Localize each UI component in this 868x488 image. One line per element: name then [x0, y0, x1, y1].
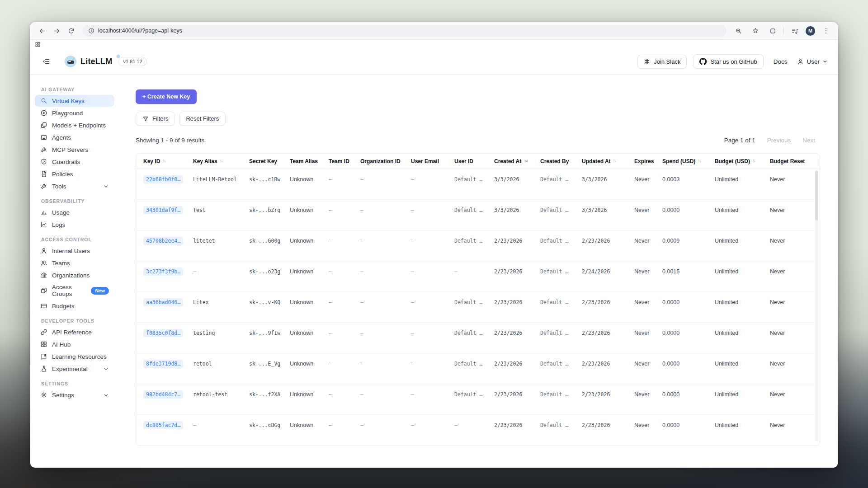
sort-icon[interactable]: ↑↓	[613, 158, 616, 163]
media-list-icon[interactable]	[788, 24, 801, 37]
cell-key-id[interactable]: 45708b2ee4…	[143, 236, 193, 245]
sidebar-item-internal-users[interactable]: Internal Users	[35, 245, 114, 257]
cell-key-id[interactable]: 34301daf9f…	[143, 206, 193, 214]
reload-icon[interactable]	[65, 24, 77, 37]
column-header-updated-at[interactable]: Updated At↑↓	[582, 158, 634, 164]
cell-spend-usd-: 0.0000	[662, 328, 715, 337]
cell-updated-at: 2/23/2026	[582, 298, 634, 306]
sidebar-item-virtual-keys[interactable]: Virtual Keys	[35, 95, 114, 107]
cell-created-by: Default …	[540, 267, 582, 275]
zoom-icon[interactable]	[732, 24, 745, 37]
next-button[interactable]: Next	[802, 137, 815, 144]
url-text: localhost:4000/ui/?page=api-keys	[98, 28, 182, 34]
sidebar-item-organizations[interactable]: Organizations	[35, 269, 114, 281]
sidebar-item-playground[interactable]: Playground	[35, 107, 114, 119]
create-new-key-button[interactable]: + Create New Key	[136, 89, 197, 104]
sidebar-item-label: Usage	[52, 209, 70, 216]
column-label: Updated At	[582, 158, 611, 164]
cell-key-id[interactable]: 3c273f3f9b…	[143, 267, 193, 276]
star-github-button[interactable]: Star us on GitHub	[693, 54, 763, 69]
app-logo[interactable]: LiteLLM	[65, 56, 112, 67]
extensions-icon[interactable]	[766, 24, 779, 37]
sort-icon[interactable]: ↑↓	[220, 158, 222, 163]
sidebar-item-api-reference[interactable]: API Reference	[35, 326, 114, 338]
sidebar-item-label: Internal Users	[52, 248, 90, 254]
sidebar-item-policies[interactable]: Policies	[35, 168, 114, 180]
column-label: Budget Reset	[770, 158, 805, 164]
sidebar-item-access-groups[interactable]: Access GroupsNew	[35, 282, 114, 300]
cell-key-id[interactable]: dc805fac7d…	[143, 421, 193, 429]
cell-key-id[interactable]: aa36bad046…	[143, 298, 193, 306]
sidebar-item-settings[interactable]: Settings	[35, 389, 114, 401]
sidebar-item-label: Organizations	[52, 272, 90, 279]
sidebar-item-teams[interactable]: Teams	[35, 257, 114, 269]
sidebar-item-agents[interactable]: Agents	[35, 131, 114, 143]
sidebar-toggle-icon[interactable]	[40, 56, 52, 67]
back-icon[interactable]	[36, 24, 48, 37]
cell-user-email: –	[411, 421, 454, 429]
cell-organization-id: –	[360, 421, 411, 429]
cell-user-email: –	[411, 175, 454, 183]
sidebar-item-models-endpoints[interactable]: Models + Endpoints	[35, 119, 114, 131]
sidebar-item-learning-resources[interactable]: Learning Resources	[35, 351, 114, 362]
sidebar-item-label: Models + Endpoints	[52, 122, 106, 129]
sort-icon[interactable]: ↑↓	[162, 158, 165, 163]
sidebar-item-tools[interactable]: Tools	[35, 180, 114, 192]
apps-grid-icon[interactable]	[35, 42, 41, 47]
cell-updated-at: 3/3/2026	[582, 206, 634, 214]
info-icon[interactable]	[88, 28, 94, 34]
cell-key-id[interactable]: 982bd484c7…	[143, 390, 193, 399]
cell-key-id[interactable]: f0835c0f8d…	[143, 328, 193, 337]
bookmark-star-icon[interactable]	[749, 24, 762, 37]
user-menu[interactable]: User	[797, 58, 828, 65]
sidebar-item-logs[interactable]: Logs	[35, 219, 114, 230]
sidebar-item-ai-hub[interactable]: AI Hub	[35, 338, 114, 350]
flask-icon	[40, 365, 47, 372]
cell-budget-usd-: Unlimited	[715, 328, 770, 337]
cell-user-id: Default …	[454, 175, 494, 183]
join-slack-button[interactable]: Join Slack	[637, 55, 687, 69]
docs-link[interactable]: Docs	[774, 58, 788, 65]
column-header-budget-reset: Budget Reset	[770, 158, 812, 164]
reset-filters-button[interactable]: Reset Filters	[179, 112, 226, 126]
filters-button[interactable]: Filters	[136, 112, 175, 126]
sort-icon[interactable]: ↑↓	[752, 158, 755, 163]
previous-button[interactable]: Previous	[767, 137, 791, 144]
sidebar-item-label: MCP Servers	[52, 146, 88, 153]
cell-key-id[interactable]: 8fde3719d8…	[143, 359, 193, 368]
cell-key-id[interactable]: 22b68fb0f0…	[143, 175, 193, 183]
column-header-expires: Expires	[634, 158, 662, 164]
filter-funnel-icon	[142, 116, 149, 122]
forward-icon[interactable]	[50, 24, 63, 37]
column-header-key-alias[interactable]: Key Alias↑↓	[193, 158, 249, 164]
column-header-created-by: Created By	[540, 158, 582, 164]
sidebar-item-label: Settings	[52, 392, 74, 399]
sidebar-item-usage[interactable]: Usage	[35, 206, 114, 218]
results-count: Showing 1 - 9 of 9 results	[136, 137, 204, 144]
sidebar-section-label: SETTINGS	[30, 375, 119, 389]
column-header-key-id[interactable]: Key ID↑↓	[143, 158, 193, 164]
address-bar[interactable]: localhost:4000/ui/?page=api-keys	[83, 25, 726, 37]
cell-budget-reset: Never	[770, 267, 812, 275]
cell-budget-usd-: Unlimited	[715, 267, 770, 275]
profile-avatar[interactable]: M	[806, 26, 815, 36]
column-header-budget-usd-[interactable]: Budget (USD)↑↓	[715, 158, 770, 164]
app-header: LiteLLM ❅ v1.81.12 Join Slack Star us on…	[30, 49, 838, 75]
keys-table: Key ID↑↓Key Alias↑↓Secret KeyTeam AliasT…	[136, 153, 820, 446]
cell-secret-key: sk-...c1Rw	[249, 175, 290, 183]
table-row: f0835c0f8d…testingsk-...9fIwUnknown–––De…	[136, 323, 820, 353]
sidebar-item-budgets[interactable]: Budgets	[35, 300, 114, 312]
sort-icon[interactable]: ↑↓	[698, 158, 700, 163]
sidebar-item-experimental[interactable]: Experimental	[35, 363, 114, 375]
column-label: Team Alias	[290, 158, 318, 164]
column-header-created-at[interactable]: Created At	[494, 158, 540, 164]
cell-organization-id: –	[360, 359, 411, 367]
browser-window: localhost:4000/ui/?page=api-keys M ⋮	[30, 22, 838, 468]
column-label: Created At	[494, 158, 521, 164]
sort-desc-icon[interactable]	[524, 158, 529, 164]
sidebar-item-mcp-servers[interactable]: MCP Servers	[35, 144, 114, 155]
column-header-spend-usd-[interactable]: Spend (USD)↑↓	[662, 158, 715, 164]
sidebar-item-guardrails[interactable]: Guardrails	[35, 156, 114, 168]
table-scrollbar[interactable]	[815, 170, 818, 441]
menu-kebab-icon[interactable]: ⋮	[820, 24, 832, 37]
